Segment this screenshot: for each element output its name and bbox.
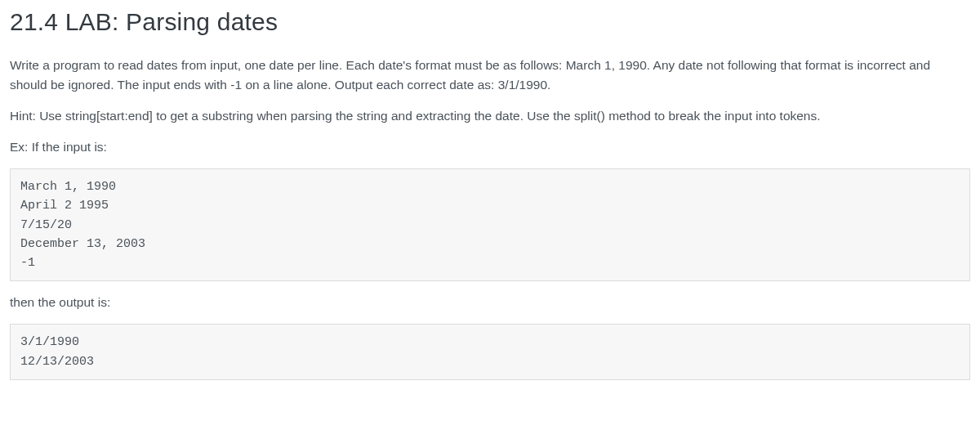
- instruction-paragraph: Write a program to read dates from input…: [10, 56, 970, 95]
- hint-paragraph: Hint: Use string[start:end] to get a sub…: [10, 106, 970, 126]
- input-code-block: March 1, 1990 April 2 1995 7/15/20 Decem…: [10, 168, 970, 281]
- output-code-block: 3/1/1990 12/13/2003: [10, 324, 970, 380]
- output-intro: then the output is:: [10, 293, 970, 312]
- example-intro: Ex: If the input is:: [10, 137, 970, 157]
- page-title: 21.4 LAB: Parsing dates: [10, 8, 970, 36]
